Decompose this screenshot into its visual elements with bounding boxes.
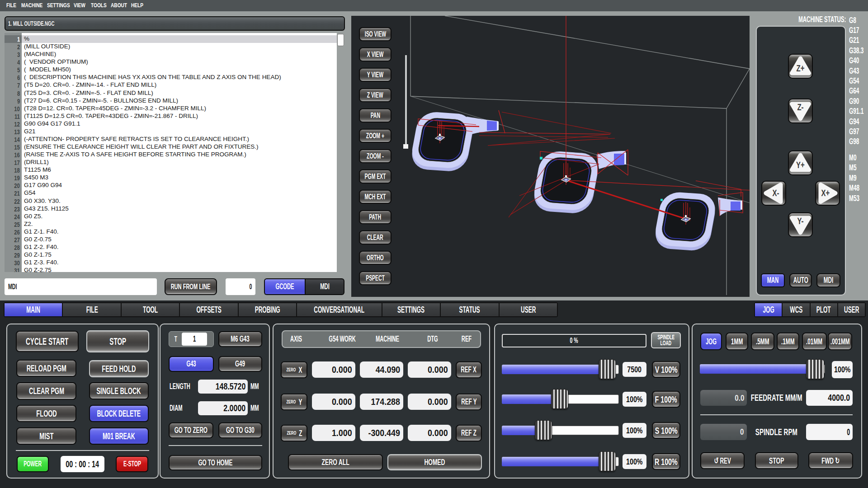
svg-text:Z-: Z- (797, 102, 803, 113)
svg-text:X+: X+ (821, 188, 830, 198)
svg-text:Y+: Y+ (796, 160, 805, 170)
svg-text:Z+: Z+ (797, 63, 805, 74)
svg-text:X-: X- (773, 188, 779, 198)
svg-text:Y-: Y- (797, 216, 803, 226)
